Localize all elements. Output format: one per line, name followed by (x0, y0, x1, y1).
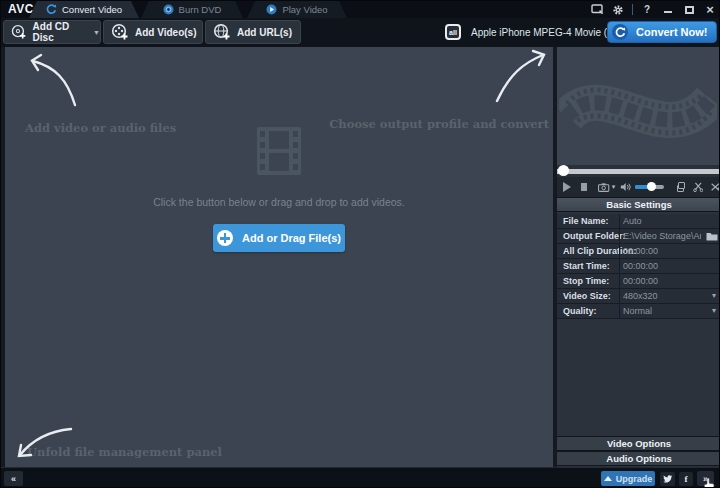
arrow-to-add-buttons (23, 53, 85, 111)
facebook-icon: f (685, 474, 688, 484)
disc-icon (163, 4, 174, 15)
playback-controls: ▾ (557, 177, 720, 197)
setting-row-stop-time: Stop Time: 00:00:00 (557, 274, 720, 289)
add-videos-button[interactable]: Add Video(s) (103, 20, 203, 44)
up-arrow-icon (604, 476, 612, 481)
chevron-down-icon[interactable]: ▾ (712, 306, 716, 315)
volume-thumb[interactable] (647, 182, 656, 191)
statusbar: « Upgrade f » (1, 467, 720, 488)
film-plus-icon (111, 23, 129, 41)
content-area: Add video or audio files Choose output p… (1, 47, 720, 467)
folder-browse-icon[interactable] (706, 232, 718, 241)
setting-row-output-folder: Output Folder: E:\Video Storage\Any V... (557, 229, 720, 244)
maximize-icon[interactable] (682, 3, 696, 16)
cursor-hand (703, 478, 715, 488)
setting-row-video-size: Video Size: 480x320 ▾ (557, 289, 720, 304)
setting-row-all-clip-duration: All Clip Duration: 00:00:00 (557, 244, 720, 259)
settings-panel: ▾ Basic Settings (557, 47, 720, 467)
gear-icon[interactable] (611, 3, 625, 16)
cd-plus-icon (11, 23, 27, 41)
filmstrip-icon (257, 127, 301, 175)
facebook-button[interactable]: f (679, 472, 693, 486)
play-icon (266, 4, 277, 15)
file-name-value[interactable]: Auto (623, 216, 642, 226)
plus-icon (217, 230, 233, 246)
close-icon[interactable]: × (703, 3, 717, 16)
volume-icon[interactable] (620, 181, 631, 193)
collapse-panel-button[interactable]: « (4, 471, 23, 486)
upgrade-button[interactable]: Upgrade (601, 471, 655, 486)
add-or-drag-files-button[interactable]: Add or Drag File(s) (213, 224, 345, 252)
filmstrip-graphic (559, 65, 717, 153)
seek-bar-row (557, 165, 720, 177)
tab-play-video[interactable]: Play Video (247, 1, 347, 18)
globe-plus-icon (213, 23, 231, 41)
snapshot-button[interactable] (598, 182, 609, 193)
twitter-button[interactable] (660, 472, 675, 486)
convert-refresh-icon (612, 24, 628, 40)
play-button[interactable] (563, 182, 571, 192)
add-cd-disc-button[interactable]: Add CD Disc ▼ (3, 20, 101, 44)
minimize-icon[interactable] (661, 3, 675, 16)
effects-icon[interactable] (710, 181, 720, 193)
drop-instruction: Click the button below or drag and drop … (5, 196, 553, 208)
arrow-to-profile (489, 49, 551, 107)
setting-row-quality: Quality: Normal ▾ (557, 304, 720, 319)
setting-row-file-name: File Name: Auto (557, 214, 720, 229)
hint-choose-profile: Choose output profile and convert (329, 117, 549, 131)
app-window: AVC Convert Video Burn DVD Play Video (0, 0, 720, 488)
convert-now-label: Convert Now! (636, 26, 708, 38)
hint-add-files: Add video or audio files (25, 121, 176, 135)
all-clip-duration-value: 00:00:00 (623, 246, 658, 256)
duplicate-icon[interactable] (677, 182, 685, 192)
feedback-icon[interactable] (590, 3, 604, 16)
video-options-header[interactable]: Video Options (557, 436, 720, 451)
trim-scissors-icon[interactable] (693, 181, 704, 193)
seek-slider[interactable] (557, 169, 720, 174)
output-folder-value[interactable]: E:\Video Storage\Any V... (623, 231, 701, 241)
start-time-value[interactable]: 00:00:00 (623, 261, 658, 271)
titlebar-separator (632, 4, 633, 15)
chevron-down-icon[interactable]: ▼ (93, 29, 100, 36)
drop-zone[interactable]: Add video or audio files Choose output p… (5, 47, 553, 467)
setting-label: Stop Time: (563, 276, 609, 286)
quality-value[interactable]: Normal (623, 306, 652, 316)
add-cd-disc-label: Add CD Disc (33, 21, 85, 43)
convert-now-button[interactable]: Convert Now! (607, 21, 717, 43)
setting-label: Output Folder: (563, 231, 626, 241)
avc-logo: AVC (8, 2, 34, 16)
help-icon[interactable]: ? (640, 3, 654, 16)
tab-label: Convert Video (62, 4, 122, 15)
tab-label: Burn DVD (179, 4, 222, 15)
volume-slider[interactable] (635, 185, 664, 189)
tab-burn-dvd[interactable]: Burn DVD (141, 1, 243, 18)
add-files-label: Add or Drag File(s) (242, 232, 341, 244)
stop-button[interactable] (581, 183, 587, 191)
toolbar: Add CD Disc ▼ Add Video(s) Add URL(s) al… (1, 18, 720, 47)
arrow-to-unfold-button (13, 423, 77, 465)
setting-label: Quality: (563, 306, 597, 316)
upgrade-label: Upgrade (616, 474, 653, 484)
tab-convert-video[interactable]: Convert Video (29, 1, 139, 18)
setting-label: Video Size: (563, 291, 611, 301)
twitter-bird-icon (662, 474, 673, 484)
add-urls-button[interactable]: Add URL(s) (205, 20, 301, 44)
snapshot-dropdown-icon[interactable]: ▾ (612, 183, 616, 191)
setting-label: File Name: (563, 216, 609, 226)
add-urls-label: Add URL(s) (237, 27, 292, 38)
profile-all-icon: all (445, 24, 461, 40)
stop-time-value[interactable]: 00:00:00 (623, 276, 658, 286)
tab-label: Play Video (282, 4, 327, 15)
basic-settings-header: Basic Settings (557, 197, 720, 212)
add-videos-label: Add Video(s) (135, 27, 196, 38)
titlebar: AVC Convert Video Burn DVD Play Video (1, 1, 720, 18)
seek-thumb[interactable] (558, 165, 569, 176)
refresh-icon (46, 4, 57, 15)
video-preview (557, 47, 720, 165)
chevron-down-icon[interactable]: ▾ (712, 291, 716, 300)
setting-row-start-time: Start Time: 00:00:00 (557, 259, 720, 274)
setting-label: Start Time: (563, 261, 610, 271)
audio-options-header[interactable]: Audio Options (557, 451, 720, 466)
video-size-value[interactable]: 480x320 (623, 291, 658, 301)
